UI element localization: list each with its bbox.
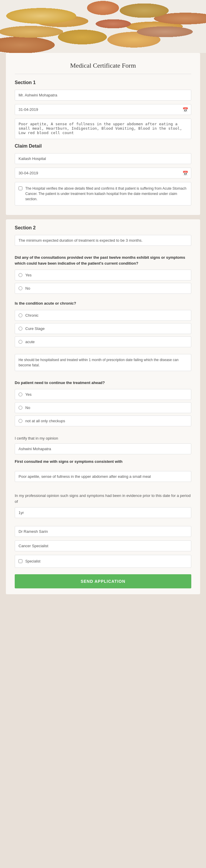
q1-yes-label: Yes <box>25 273 31 277</box>
gap9 <box>15 522 191 526</box>
hospital-verify-checkbox-container[interactable]: The Hospital verifies the above details … <box>15 182 191 206</box>
patient-name-input[interactable] <box>15 90 191 100</box>
gap6 <box>15 429 191 433</box>
title-divider <box>15 74 191 74</box>
hospital-name-input[interactable] <box>15 153 191 164</box>
duration-text: The minimum expected duration of treatme… <box>15 235 191 246</box>
q3-checkups-label: not at all only checkups <box>25 419 65 423</box>
doctor-name-input[interactable] <box>15 526 191 537</box>
gap1 <box>0 215 206 219</box>
form-title: Medical Certificate Form <box>15 62 191 69</box>
q2-curestage-radio[interactable] <box>19 327 22 331</box>
calendar1-icon: 📅 <box>182 107 188 112</box>
q1-no-label: No <box>25 286 30 290</box>
claim-detail-title: Claim Detail <box>15 144 191 149</box>
q2-curestage-option[interactable]: Cure Stage <box>15 323 191 334</box>
date2-wrapper: 📅 <box>15 167 191 179</box>
gap2 <box>15 250 191 255</box>
section1-title: Section 1 <box>15 80 191 85</box>
period-input[interactable] <box>15 507 191 518</box>
q3-no-radio[interactable] <box>19 406 22 410</box>
date1-input[interactable] <box>15 104 191 115</box>
notice-text: He should be hospitalised and treated wi… <box>15 354 191 371</box>
q3-yes-label: Yes <box>25 392 31 397</box>
gap8 <box>15 486 191 490</box>
date2-input[interactable] <box>15 167 191 179</box>
section2-wrapper: Section 2 The minimum expected duration … <box>6 219 200 594</box>
hero-image <box>0 0 206 53</box>
q2-chronic-radio[interactable] <box>19 313 22 317</box>
first-consulted-input[interactable] <box>15 471 191 482</box>
date1-wrapper: 📅 <box>15 104 191 115</box>
symptoms-textarea[interactable]: Poor apetite, A sense of fullness in the… <box>15 119 191 139</box>
opinion-text: In my professional opinion such signs an… <box>15 493 191 504</box>
q2-acute-label: acute <box>25 340 35 344</box>
q3-no-label: No <box>25 405 30 410</box>
q2-acute-option[interactable]: acute <box>15 336 191 347</box>
q1-no-radio[interactable] <box>19 286 22 290</box>
send-application-button[interactable]: SEND APPLICATION <box>15 574 191 588</box>
q1-yes-radio[interactable] <box>19 273 22 277</box>
question3-text: Do patient need to continue the treatmen… <box>15 380 191 386</box>
specialist-checkbox[interactable] <box>19 559 22 563</box>
q3-checkups-option[interactable]: not at all only checkups <box>15 415 191 426</box>
form-container: Medical Certificate Form Section 1 📅 Poo… <box>6 53 200 215</box>
hospital-verify-label: The Hospital verifies the above details … <box>25 186 187 202</box>
gap4 <box>15 350 191 354</box>
pills-background <box>0 0 206 53</box>
gap3 <box>15 296 191 301</box>
question2-text: Is the condition acute or chronic? <box>15 301 191 306</box>
page-wrapper: Medical Certificate Form Section 1 📅 Poo… <box>0 0 206 594</box>
specialist-type-input[interactable] <box>15 540 191 551</box>
q2-acute-radio[interactable] <box>19 340 22 344</box>
q3-yes-option[interactable]: Yes <box>15 389 191 400</box>
q3-no-option[interactable]: No <box>15 402 191 413</box>
certify-name-input[interactable] <box>15 443 191 454</box>
q2-chronic-label: Chronic <box>25 313 38 317</box>
specialist-checkbox-container[interactable]: Specialist <box>15 555 191 568</box>
section2-title: Section 2 <box>15 225 191 230</box>
gap5 <box>15 375 191 380</box>
question1-text: Did any of the consultations provided ov… <box>15 255 191 266</box>
q1-yes-option[interactable]: Yes <box>15 270 191 280</box>
gap7 <box>15 467 191 471</box>
calendar2-icon: 📅 <box>182 170 188 176</box>
q2-chronic-option[interactable]: Chronic <box>15 310 191 321</box>
q1-no-option[interactable]: No <box>15 283 191 294</box>
q3-checkups-radio[interactable] <box>19 419 22 423</box>
hospital-verify-checkbox[interactable] <box>19 186 22 190</box>
certify-label: I certify that in my opinion <box>15 436 191 440</box>
q3-yes-radio[interactable] <box>19 393 22 396</box>
first-consulted-label: First consulted me with signs or symptom… <box>15 459 191 464</box>
q2-curestage-label: Cure Stage <box>25 327 45 331</box>
specialist-checkbox-label: Specialist <box>25 559 40 564</box>
